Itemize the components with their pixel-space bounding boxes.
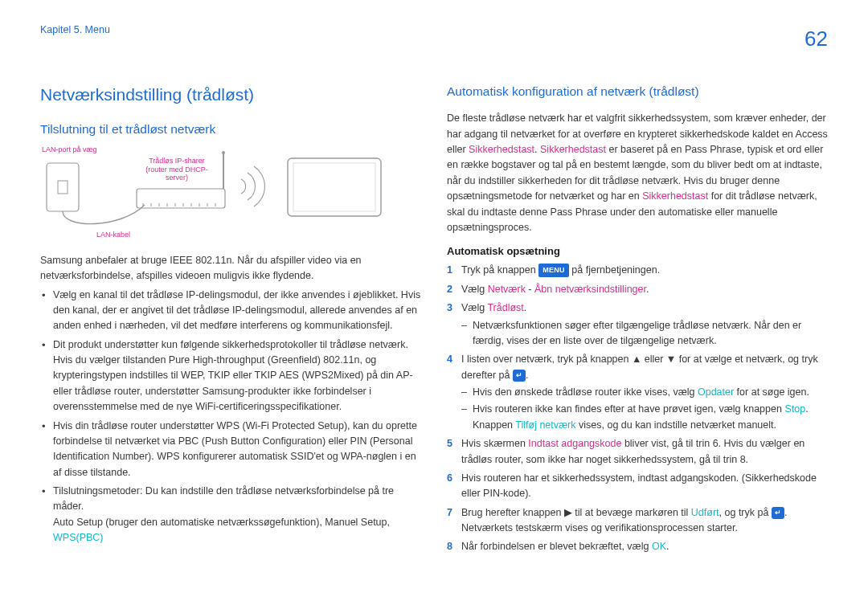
step-item: Brug herefter knappen ▶ til at bevæge ma… (461, 505, 828, 537)
subsection-title: Automatisk konfiguration af netværk (trå… (447, 82, 828, 101)
bullet-item: Dit produkt understøtter kun følgende si… (53, 337, 421, 415)
chapter-label: Kapitel 5. Menu (40, 22, 110, 38)
enter-button-icon: ↵ (772, 507, 784, 519)
substep-item: Hvis den ønskede trådløse router ikke vi… (473, 385, 828, 400)
bullet-item: Vælg en kanal til det trådløse IP-deling… (53, 288, 421, 334)
subsection-title: Tilslutning til et trådløst netværk (40, 120, 421, 139)
svg-rect-2 (137, 189, 225, 208)
body-paragraph: De fleste trådløse netværk har et valgfr… (447, 111, 828, 235)
step-item: Hvis routeren har et sikkerhedssystem, i… (461, 471, 828, 502)
substep-item: Netværksfunktionen søger efter tilgængel… (473, 318, 828, 349)
diagram-label-lanport: LAN-port på væg (42, 145, 97, 154)
page-number: 62 (805, 22, 828, 55)
diagram-label-cable: LAN-kabel (96, 231, 130, 239)
enter-button-icon: ↵ (513, 370, 526, 382)
bullet-item: Tilslutningsmetoder: Du kan indstille de… (53, 484, 421, 546)
network-diagram: LAN-port på væg Trådløs IP-sharer (route… (40, 149, 394, 245)
substep-item: Hvis routeren ikke kan findes efter at h… (473, 402, 828, 433)
bullet-item: Hvis din trådløse router understøtter WP… (53, 419, 421, 481)
left-column: Netværksindstilling (trådløst) Tilslutni… (40, 82, 421, 581)
sub-subsection-title: Automatisk opsætning (447, 243, 828, 260)
diagram-label-sharer-2: (router med DHCP- (145, 166, 208, 174)
step-item: Vælg Trådløst. Netværksfunktionen søger … (461, 300, 828, 349)
step-item: Vælg Netværk - Åbn netværksindstillinger… (461, 282, 828, 297)
step-item: I listen over netværk, tryk på knappen ▲… (461, 352, 828, 433)
svg-rect-0 (47, 163, 79, 211)
section-title: Netværksindstilling (trådløst) (40, 82, 421, 108)
step-item: Tryk på knappen MENU på fjernbetjeningen… (461, 263, 828, 278)
wps-link: WPS(PBC) (53, 532, 104, 543)
svg-rect-15 (288, 158, 381, 216)
diagram-label-sharer-1: Trådløs IP-sharer (149, 157, 205, 165)
diagram-label-sharer-3: server) (166, 174, 188, 182)
intro-paragraph: Samsung anbefaler at bruge IEEE 802.11n.… (40, 253, 421, 284)
svg-rect-1 (58, 181, 68, 194)
menu-button-icon: MENU (538, 264, 569, 277)
step-item: Hvis skærmen Indtast adgangskode bliver … (461, 436, 828, 468)
right-column: Automatisk konfiguration af netværk (trå… (447, 82, 828, 581)
step-item: Når forbindelsen er blevet bekræftet, væ… (461, 539, 828, 554)
svg-point-14 (222, 151, 225, 154)
svg-rect-16 (293, 163, 375, 211)
